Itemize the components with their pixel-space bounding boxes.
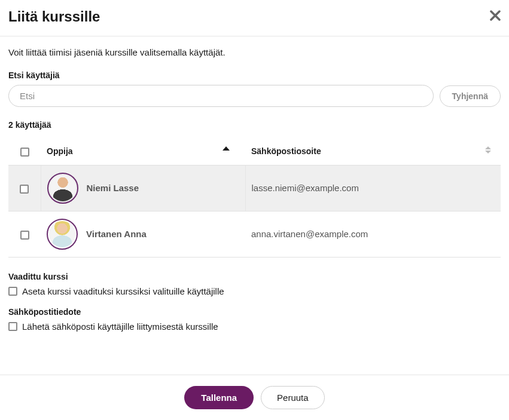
row-checkbox[interactable] — [20, 185, 29, 194]
user-cell: Virtanen Anna — [47, 219, 239, 250]
search-label: Etsi käyttäjiä — [8, 70, 501, 80]
user-name: Virtanen Anna — [86, 229, 147, 239]
modal-footer: Tallenna Peruuta — [0, 375, 509, 420]
attach-to-course-modal: Liitä kurssille Voit liittää tiimisi jäs… — [0, 0, 509, 420]
results-count: 2 käyttäjää — [8, 120, 501, 130]
sort-icon — [485, 146, 491, 154]
column-learner-label: Oppija — [47, 146, 73, 156]
user-name: Niemi Lasse — [87, 183, 139, 193]
table-row: Virtanen Anna anna.virtanen@example.com — [8, 211, 501, 257]
table-row: Niemi Lasse lasse.niemi@example.com — [8, 165, 501, 211]
required-course-section: Vaadittu kurssi Aseta kurssi vaadituksi … — [8, 272, 501, 296]
modal-body: Voit liittää tiimisi jäseniä kurssille v… — [0, 36, 509, 375]
user-email: lasse.niemi@example.com — [245, 165, 501, 211]
sort-asc-icon — [223, 146, 230, 151]
cancel-button[interactable]: Peruuta — [261, 386, 325, 409]
column-select-all — [8, 138, 41, 165]
avatar — [47, 219, 78, 250]
required-checkbox[interactable] — [8, 287, 17, 296]
avatar — [47, 173, 78, 204]
intro-text: Voit liittää tiimisi jäseniä kurssille v… — [8, 47, 501, 57]
search-input[interactable] — [8, 85, 434, 107]
user-email: anna.virtanen@example.com — [245, 211, 501, 257]
users-table: Oppija Sähköpostiosoite Niemi Las — [8, 138, 501, 257]
email-heading: Sähköpostitiedote — [8, 307, 501, 317]
select-all-checkbox[interactable] — [20, 148, 29, 157]
column-learner[interactable]: Oppija — [41, 138, 245, 165]
close-icon[interactable] — [490, 10, 501, 23]
email-checkbox-label: Lähetä sähköposti käyttäjille liittymise… — [22, 321, 218, 332]
email-checkbox[interactable] — [8, 322, 17, 331]
modal-title: Liitä kurssille — [8, 8, 100, 25]
user-cell: Niemi Lasse — [47, 173, 239, 204]
column-email-label: Sähköpostiosoite — [251, 146, 321, 156]
search-row: Tyhjennä — [8, 85, 501, 107]
clear-button[interactable]: Tyhjennä — [440, 85, 501, 107]
modal-header: Liitä kurssille — [0, 0, 509, 36]
required-checkbox-label: Aseta kurssi vaadituksi kurssiksi valitu… — [22, 286, 224, 296]
column-email[interactable]: Sähköpostiosoite — [245, 138, 501, 165]
row-checkbox[interactable] — [20, 231, 29, 240]
email-section: Sähköpostitiedote Lähetä sähköposti käyt… — [8, 307, 501, 332]
required-heading: Vaadittu kurssi — [8, 272, 501, 281]
save-button[interactable]: Tallenna — [184, 386, 254, 409]
